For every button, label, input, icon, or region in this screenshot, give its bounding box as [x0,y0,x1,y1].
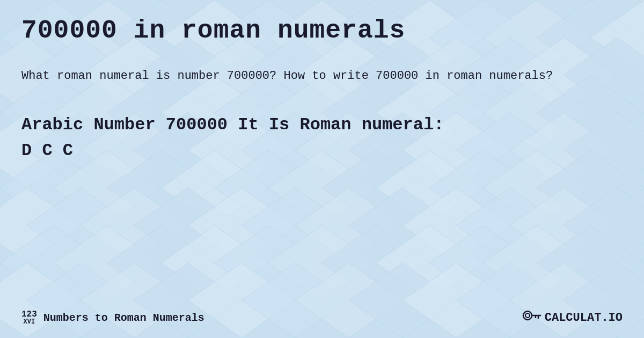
footer-link-text[interactable]: Numbers to Roman Numerals [43,312,204,324]
roman-numeral-icon: XVI [21,319,37,325]
page-description: What roman numeral is number 700000? How… [21,67,623,85]
numbers-to-roman-icon: 123 XVI [21,310,37,325]
logo-icon [522,308,541,327]
result-value: D C C [21,141,73,160]
arabic-number-icon: 123 [21,310,37,319]
footer-left: 123 XVI Numbers to Roman Numerals [21,310,204,325]
page-title: 700000 in roman numerals [21,16,623,45]
footer: 123 XVI Numbers to Roman Numerals CALCUL… [21,308,623,327]
result-label: Arabic Number 700000 It Is Roman numeral… [21,115,444,135]
calculat-logo[interactable]: CALCULAT.IO [522,308,623,327]
svg-point-94 [523,311,532,320]
logo-text: CALCULAT.IO [545,311,623,325]
result-section: Arabic Number 700000 It Is Roman numeral… [21,112,623,164]
svg-point-95 [525,313,530,318]
